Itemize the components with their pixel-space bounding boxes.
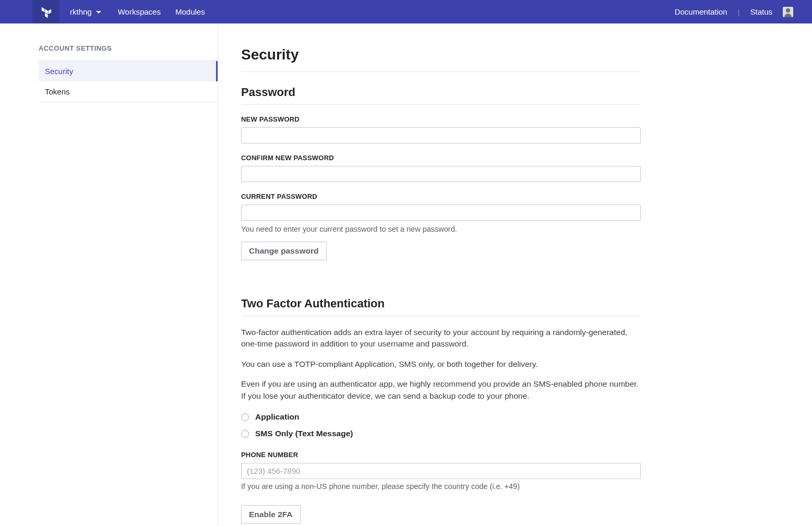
tfa-option-application[interactable]: Application <box>241 412 641 422</box>
new-password-input[interactable] <box>241 127 641 144</box>
current-password-field: CURRENT PASSWORD <box>241 193 641 221</box>
new-password-field: NEW PASSWORD <box>241 115 641 144</box>
terraform-icon <box>40 6 52 18</box>
sidebar: ACCOUNT SETTINGS Security Tokens <box>0 23 218 526</box>
user-avatar[interactable] <box>783 7 793 17</box>
svg-marker-2 <box>49 9 52 14</box>
tfa-option-label: SMS Only (Text Message) <box>255 429 353 438</box>
sidebar-item-label: Tokens <box>45 87 70 96</box>
phone-label: PHONE NUMBER <box>241 451 641 459</box>
enable-2fa-button[interactable]: Enable 2FA <box>241 505 301 524</box>
nav-workspaces[interactable]: Workspaces <box>118 7 161 16</box>
phone-input[interactable] <box>241 463 641 479</box>
sidebar-item-label: Security <box>45 67 73 76</box>
main-content: Security Password NEW PASSWORD CONFIRM N… <box>218 23 740 526</box>
tfa-paragraph-1: Two-factor authentication adds an extra … <box>241 327 641 350</box>
change-password-button[interactable]: Change password <box>241 242 327 260</box>
nav-divider: | <box>738 7 740 16</box>
tfa-paragraph-3: Even if you are using an authenticator a… <box>241 378 641 402</box>
product-logo[interactable] <box>32 0 59 23</box>
current-password-help: You need to enter your current password … <box>241 225 641 233</box>
secondary-nav: Documentation | Status <box>675 7 812 17</box>
nav-documentation[interactable]: Documentation <box>675 7 727 16</box>
tfa-section: Two Factor Authentication Two-factor aut… <box>241 297 641 524</box>
nav-status[interactable]: Status <box>750 7 772 16</box>
phone-field: PHONE NUMBER <box>241 451 641 479</box>
tfa-section-title: Two Factor Authentication <box>241 297 641 316</box>
svg-marker-0 <box>42 7 45 12</box>
phone-help: If you are using a non-US phone number, … <box>241 482 641 491</box>
confirm-password-field: CONFIRM NEW PASSWORD <box>241 154 641 182</box>
tfa-option-label: Application <box>255 412 299 422</box>
radio-icon <box>241 413 249 421</box>
sidebar-list: Security Tokens <box>39 61 218 102</box>
radio-icon <box>241 430 249 438</box>
confirm-password-label: CONFIRM NEW PASSWORD <box>241 154 641 162</box>
tfa-method-options: Application SMS Only (Text Message) <box>241 412 641 438</box>
tfa-option-sms[interactable]: SMS Only (Text Message) <box>241 429 641 438</box>
sidebar-item-tokens[interactable]: Tokens <box>39 81 218 102</box>
tfa-paragraph-2: You can use a TOTP-compliant Application… <box>241 358 641 370</box>
sidebar-heading: ACCOUNT SETTINGS <box>39 44 218 61</box>
org-switcher[interactable]: rkthng <box>59 0 112 23</box>
page-title: Security <box>241 46 641 72</box>
password-section-title: Password <box>241 86 641 105</box>
confirm-password-input[interactable] <box>241 166 641 182</box>
sidebar-item-security[interactable]: Security <box>39 61 218 81</box>
new-password-label: NEW PASSWORD <box>241 115 641 123</box>
current-password-input[interactable] <box>241 205 641 221</box>
org-name: rkthng <box>70 7 92 16</box>
nav-modules[interactable]: Modules <box>175 7 205 16</box>
current-password-label: CURRENT PASSWORD <box>241 193 641 200</box>
primary-nav: Workspaces Modules <box>118 7 205 16</box>
chevron-down-icon <box>96 11 101 14</box>
password-section: Password NEW PASSWORD CONFIRM NEW PASSWO… <box>241 86 641 260</box>
topbar: rkthng Workspaces Modules Documentation … <box>0 0 812 23</box>
